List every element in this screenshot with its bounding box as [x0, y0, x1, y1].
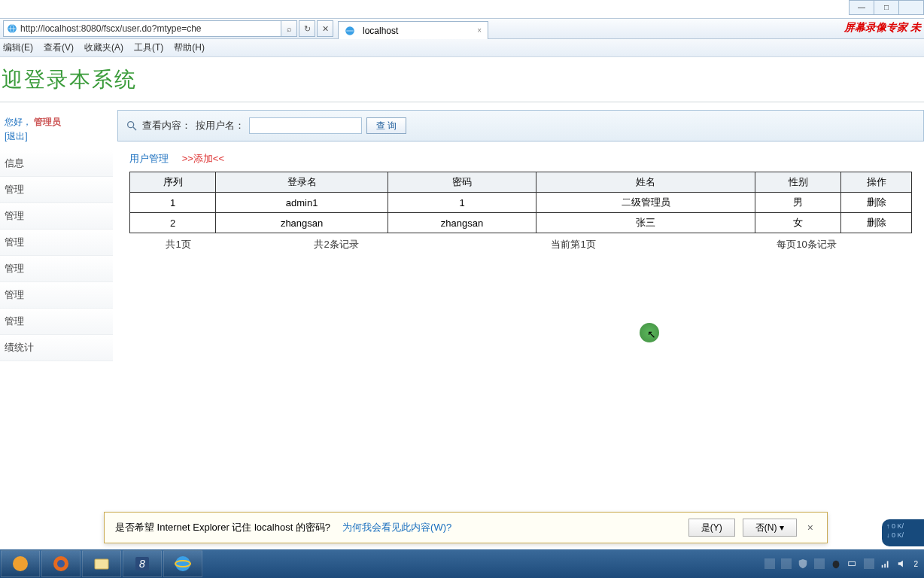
cursor-highlight [640, 323, 659, 342]
svg-rect-12 [764, 558, 775, 569]
svg-rect-13 [781, 558, 792, 569]
current-role: 管理员 [34, 117, 61, 127]
total-records: 共2条记录 [227, 238, 445, 251]
menu-tools[interactable]: 工具(T) [134, 41, 163, 54]
username-input[interactable] [249, 117, 362, 134]
add-link[interactable]: >>添加<< [182, 153, 224, 164]
sidebar-item[interactable]: 信息 [0, 151, 113, 177]
close-button[interactable] [898, 1, 923, 14]
password-save-bar: 是否希望 Internet Explorer 记住 localhost 的密码?… [104, 512, 828, 543]
clock[interactable]: 2 [913, 560, 918, 568]
system-tray: 2 [764, 558, 924, 569]
sidebar-item[interactable]: 管理 [0, 203, 113, 230]
no-button[interactable]: 否(N) ▾ [743, 519, 797, 537]
svg-rect-16 [849, 561, 856, 565]
col-login: 登录名 [216, 172, 388, 193]
ie-icon [345, 26, 355, 36]
notif-message: 是否希望 Internet Explorer 记住 localhost 的密码? [115, 521, 330, 534]
svg-point-4 [13, 556, 28, 571]
total-pages: 共1页 [129, 238, 227, 251]
refresh-icon[interactable]: ↻ [299, 20, 315, 37]
menu-bar: 编辑(E) 查看(V) 收藏夹(A) 工具(T) 帮助(H) [0, 39, 924, 57]
sidebar-item[interactable]: 管理 [0, 309, 113, 335]
tray-network-icon[interactable] [814, 558, 825, 569]
svg-point-6 [57, 560, 65, 567]
menu-help[interactable]: 帮助(H) [174, 41, 205, 54]
svg-rect-14 [814, 558, 825, 569]
url-text: http://localhost:8080/fscx/user.do?mtype… [20, 23, 201, 34]
page-header: 迎登录本系统 [0, 57, 924, 102]
taskbar-firefox[interactable] [41, 550, 81, 577]
maximize-button[interactable]: □ [874, 1, 898, 14]
notif-help-link[interactable]: 为何我会看见此内容(W)? [342, 521, 451, 534]
svg-rect-17 [864, 558, 874, 569]
url-field[interactable]: http://localhost:8080/fscx/user.do?mtype… [3, 20, 281, 37]
table-row: 1 admin1 1 二级管理员 男 删除 [130, 193, 912, 213]
search-button[interactable]: 查 询 [366, 117, 406, 134]
taskbar-start[interactable] [1, 550, 40, 577]
col-name: 姓名 [536, 172, 755, 193]
table-row: 2 zhangsan zhangsan 张三 女 删除 [130, 213, 912, 233]
menu-edit[interactable]: 编辑(E) [3, 41, 33, 54]
sidebar-item[interactable]: 绩统计 [0, 335, 113, 361]
address-bar: http://localhost:8080/fscx/user.do?mtype… [0, 18, 924, 39]
main-content: 查看内容： 按用户名： 查 询 用户管理 >>添加<< 序列 登录名 密码 姓名… [117, 110, 924, 548]
tray-shield-icon[interactable] [798, 558, 808, 569]
delete-link[interactable]: 删除 [841, 213, 912, 233]
search-icon[interactable]: ⌕ [281, 20, 297, 37]
tray-input-icon[interactable] [864, 558, 874, 569]
tray-wifi-icon[interactable] [880, 558, 891, 569]
per-page: 每页10条记录 [701, 238, 912, 251]
svg-point-10 [175, 556, 190, 571]
sidebar-greeting: 您好， 管理员 [0, 110, 113, 130]
tab-title: localhost [363, 26, 398, 36]
window-controls: — □ [849, 0, 924, 15]
watermark-text: 屏幕录像专家 未 [844, 21, 921, 35]
sidebar-item[interactable]: 管理 [0, 282, 113, 309]
tab-close-icon[interactable]: × [477, 26, 482, 35]
logout-link[interactable]: [退出] [0, 130, 113, 151]
svg-point-15 [833, 561, 840, 569]
tray-qq-icon[interactable] [831, 558, 841, 569]
cursor-icon: ↖ [647, 328, 656, 340]
network-speed-widget: ↑ 0 K/ ↓ 0 K/ [882, 519, 924, 546]
tray-flag-icon[interactable] [764, 558, 775, 569]
col-password: 密码 [388, 172, 536, 193]
pagination-info: 共1页 共2条记录 当前第1页 每页10条记录 [117, 233, 924, 256]
sidebar-item[interactable]: 管理 [0, 256, 113, 282]
page-title: 迎登录本系统 [2, 65, 137, 94]
browser-tab[interactable]: localhost × [338, 21, 488, 39]
taskbar-ie[interactable] [163, 550, 202, 577]
svg-line-3 [133, 127, 136, 130]
tray-volume-icon[interactable] [897, 558, 907, 569]
section-header: 用户管理 >>添加<< [117, 141, 924, 172]
tray-action-icon[interactable] [781, 558, 792, 569]
sidebar-item[interactable]: 管理 [0, 177, 113, 203]
stop-icon[interactable]: ✕ [317, 20, 333, 37]
search-bar: 查看内容： 按用户名： 查 询 [117, 110, 924, 141]
magnifier-icon [126, 120, 138, 132]
yes-button[interactable]: 是(Y) [688, 519, 735, 537]
sidebar: 您好， 管理员 [退出] 信息 管理 管理 管理 管理 管理 管理 绩统计 [0, 110, 113, 548]
col-seq: 序列 [130, 172, 216, 193]
menu-view[interactable]: 查看(V) [44, 41, 74, 54]
sidebar-item[interactable]: 管理 [0, 230, 113, 256]
taskbar-explorer[interactable] [82, 550, 121, 577]
tray-battery-icon[interactable] [847, 558, 858, 569]
svg-text:8: 8 [139, 558, 145, 570]
svg-rect-7 [95, 559, 108, 569]
taskbar: 8 2 [0, 549, 924, 578]
ie-icon [7, 23, 17, 34]
search-label: 查看内容： [142, 119, 191, 132]
col-gender: 性别 [755, 172, 841, 193]
notif-close-icon[interactable]: × [804, 522, 816, 534]
search-by-label: 按用户名： [196, 119, 245, 132]
col-action: 操作 [841, 172, 912, 193]
delete-link[interactable]: 删除 [841, 193, 912, 213]
user-table: 序列 登录名 密码 姓名 性别 操作 1 admin1 1 二级管理员 男 删除… [129, 172, 912, 233]
taskbar-app[interactable]: 8 [123, 550, 162, 577]
current-page: 当前第1页 [445, 238, 701, 251]
minimize-button[interactable]: — [850, 1, 874, 14]
table-header-row: 序列 登录名 密码 姓名 性别 操作 [130, 172, 912, 193]
menu-favorites[interactable]: 收藏夹(A) [84, 41, 123, 54]
